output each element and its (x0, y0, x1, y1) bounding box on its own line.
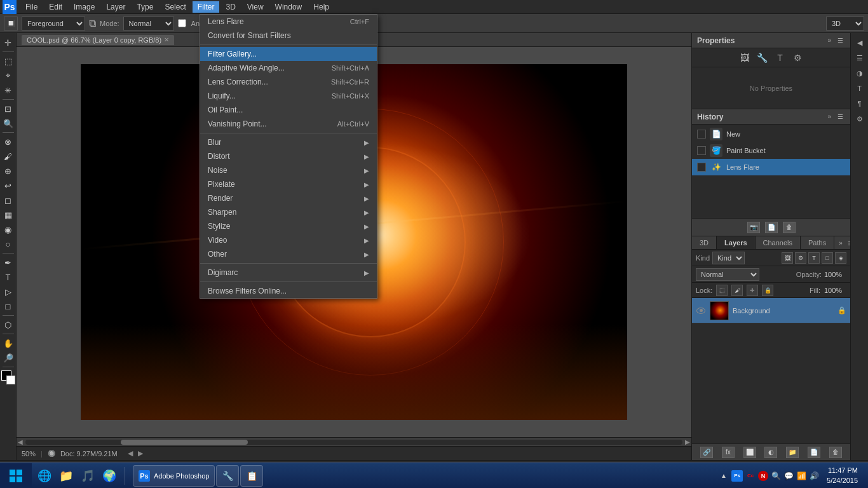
systray-icon-n[interactable]: N (758, 471, 768, 481)
history-checkbox-3[interactable] (697, 163, 706, 172)
hand-tool[interactable]: ✋ (1, 336, 15, 350)
gradient-tool[interactable]: ▦ (1, 208, 15, 222)
prop-icon-4[interactable]: ⚙ (791, 51, 805, 65)
layer-style-btn[interactable]: fx (722, 447, 735, 458)
history-create-document[interactable]: 📄 (765, 222, 778, 233)
fg-bg-colors[interactable] (1, 370, 15, 384)
menu-item-other[interactable]: Other ▶ (200, 247, 377, 261)
menu-item-liquify[interactable]: Liquify... Shift+Ctrl+X (200, 89, 377, 103)
menu-type[interactable]: Type (132, 1, 158, 13)
menu-item-browse-filters[interactable]: Browse Filters Online... (200, 284, 377, 298)
menu-item-render[interactable]: Render ▶ (200, 191, 377, 205)
menu-item-blur[interactable]: Blur ▶ (200, 135, 377, 149)
menu-file[interactable]: File (20, 1, 43, 13)
strip-icon-3[interactable]: T (853, 81, 867, 95)
link-layers-btn[interactable]: 🔗 (700, 447, 713, 458)
type-tool[interactable]: T (1, 270, 15, 284)
3d-tool[interactable]: ⬡ (1, 318, 15, 332)
clone-tool[interactable]: ⊕ (1, 164, 15, 178)
ps-logo[interactable]: Ps (3, 0, 17, 14)
layer-item-background[interactable]: Background 🔒 (692, 298, 850, 323)
strip-collapse[interactable]: ◀ (853, 36, 867, 50)
scroll-thumb[interactable] (121, 440, 248, 445)
layers-expand[interactable]: » (837, 240, 844, 247)
kind-filter-select[interactable]: Kind (712, 252, 745, 264)
nav-right[interactable]: ▶ (138, 449, 143, 458)
history-item[interactable]: 📄 New (692, 126, 850, 142)
kind-adjustment-icon[interactable]: ⚙ (795, 252, 806, 264)
strip-icon-1[interactable]: ☰ (853, 51, 867, 65)
menu-3d[interactable]: 3D (220, 1, 240, 13)
menu-item-vanishing-point[interactable]: Vanishing Point... Alt+Ctrl+V (200, 117, 377, 131)
menu-item-convert-smart[interactable]: Convert for Smart Filters (200, 29, 377, 43)
dodge-tool[interactable]: ○ (1, 237, 15, 251)
anti-alias-checkbox[interactable] (178, 19, 186, 27)
menu-item-filter-gallery[interactable]: Filter Gallery... (200, 47, 377, 61)
move-tool[interactable]: ✛ (1, 36, 15, 50)
taskbar-app-ps[interactable]: Ps Adobe Photoshop (133, 465, 215, 487)
tab-3d[interactable]: 3D (692, 236, 717, 249)
systray-icon-chat[interactable]: 💬 (783, 471, 794, 481)
prop-icon-2[interactable]: 🔧 (756, 51, 770, 65)
pen-tool[interactable]: ✒ (1, 255, 15, 269)
history-delete-state[interactable]: 🗑 (783, 222, 796, 233)
taskbar-icon-ie[interactable]: 🌐 (34, 466, 55, 486)
patch-tool[interactable]: ⊗ (1, 135, 15, 149)
menu-item-lens-correction[interactable]: Lens Correction... Shift+Ctrl+R (200, 75, 377, 89)
strip-icon-2[interactable]: ◑ (853, 66, 867, 80)
mode-select[interactable]: Normal (123, 17, 174, 30)
history-expand[interactable]: » (825, 113, 833, 120)
history-item[interactable]: 🪣 Paint Bucket (692, 142, 850, 159)
history-menu[interactable]: ☰ (836, 113, 845, 120)
lock-transparent-btn[interactable]: ⬚ (716, 285, 728, 296)
canvas-tab-close[interactable]: ✕ (164, 36, 169, 43)
systray-icon-network[interactable]: 📶 (796, 471, 806, 481)
background-color[interactable] (6, 376, 15, 384)
eraser-tool[interactable]: ◻ (1, 193, 15, 207)
menu-item-lens-flare[interactable]: Lens Flare Ctrl+F (200, 15, 377, 29)
menu-item-noise[interactable]: Noise ▶ (200, 163, 377, 177)
prop-icon-3[interactable]: T (773, 51, 787, 65)
menu-image[interactable]: Image (69, 1, 100, 13)
systray-icon-volume[interactable]: 🔊 (809, 471, 819, 481)
layer-visibility-background[interactable] (696, 306, 706, 316)
history-checkbox-2[interactable] (697, 146, 706, 155)
kind-type-icon[interactable]: T (808, 252, 820, 264)
canvas-tab-item[interactable]: COOL.psd @ 66.7% (Layer 0 copy, RGB/8) ✕ (22, 35, 174, 45)
shape-tool[interactable]: □ (1, 299, 15, 313)
3d-select[interactable]: 3D (826, 17, 864, 30)
nav-left[interactable]: ◀ (128, 449, 133, 458)
menu-help[interactable]: Help (308, 1, 334, 13)
menu-item-digimarc[interactable]: Digimarc ▶ (200, 266, 377, 280)
taskbar-app-2[interactable]: 🔧 (216, 465, 239, 487)
crop-tool[interactable]: ⊡ (1, 102, 15, 116)
systray-icon-cc[interactable]: Cc (745, 471, 756, 481)
menu-view[interactable]: View (242, 1, 269, 13)
menu-filter[interactable]: Filter (193, 1, 220, 13)
lasso-tool[interactable]: ⌖ (1, 69, 15, 83)
brush-tool[interactable]: 🖌 (1, 149, 15, 163)
magic-wand-tool[interactable]: ✳ (1, 83, 15, 97)
strip-icon-5[interactable]: ⚙ (853, 112, 867, 126)
marquee-tool[interactable]: ⬚ (1, 54, 15, 68)
lock-image-btn[interactable]: 🖌 (731, 285, 743, 296)
properties-expand[interactable]: » (825, 37, 833, 44)
systray-icon-up[interactable]: ▲ (719, 471, 729, 481)
properties-menu[interactable]: ☰ (836, 37, 845, 44)
menu-window[interactable]: Window (270, 1, 308, 13)
menu-item-stylize[interactable]: Stylize ▶ (200, 219, 377, 233)
history-checkbox-1[interactable] (697, 130, 706, 139)
menu-item-video[interactable]: Video ▶ (200, 233, 377, 247)
tool-options-icon[interactable]: 🔲 (4, 17, 18, 30)
menu-layer[interactable]: Layer (101, 1, 130, 13)
foreground-select[interactable]: Foreground (22, 17, 85, 30)
menu-item-pixelate[interactable]: Pixelate ▶ (200, 177, 377, 191)
menu-edit[interactable]: Edit (44, 1, 67, 13)
taskbar-app-3[interactable]: 📋 (240, 465, 263, 487)
taskbar-icon-browser[interactable]: 🌍 (99, 466, 119, 486)
zoom-tool[interactable]: 🔎 (1, 351, 15, 365)
systray-icon-search[interactable]: 🔍 (771, 471, 781, 481)
new-adjustment-btn[interactable]: ◐ (764, 447, 777, 458)
strip-icon-4[interactable]: ¶ (853, 97, 867, 111)
blur-tool[interactable]: ◉ (1, 222, 15, 236)
